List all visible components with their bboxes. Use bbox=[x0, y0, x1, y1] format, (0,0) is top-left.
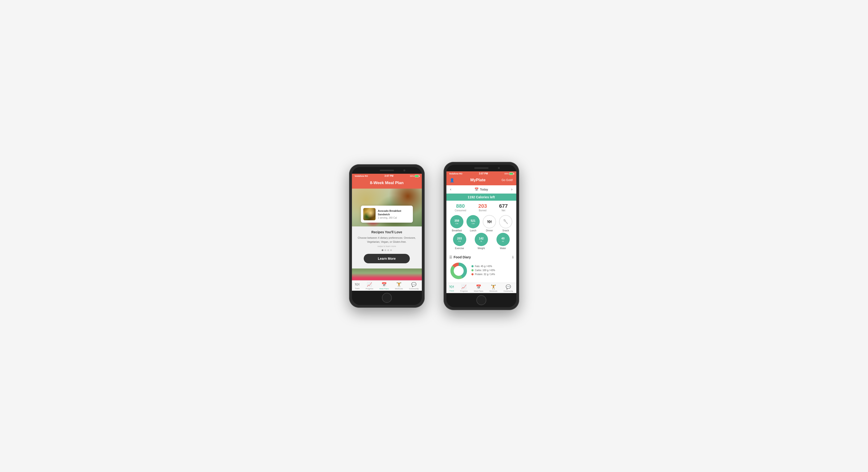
track-icon: 🍽 bbox=[355, 282, 359, 287]
breakfast-btn[interactable]: 359 Cal bbox=[450, 215, 463, 228]
lunch-btn[interactable]: 521 Cal bbox=[466, 215, 480, 228]
lunch-label: Lunch bbox=[470, 229, 476, 232]
learn-more-button[interactable]: Learn More bbox=[364, 254, 410, 263]
exercise-value: 203 bbox=[457, 237, 462, 240]
water-label: Water bbox=[500, 247, 506, 249]
nav-workouts-2[interactable]: 🏋 Workouts bbox=[489, 284, 497, 292]
legend-protein: Protein: 32 g / 14% bbox=[471, 273, 514, 275]
exercise-cal: Cal bbox=[458, 240, 461, 242]
exercise-circle[interactable]: 203 Cal Exercise bbox=[453, 233, 466, 249]
nav-track-1[interactable]: 🍽 Track bbox=[355, 282, 360, 290]
nav-progress-2[interactable]: 📈 Progress bbox=[460, 284, 468, 292]
home-area-2 bbox=[446, 293, 516, 307]
nav-track-2[interactable]: 🍽 Track bbox=[450, 284, 454, 292]
meal-card-info: Avocado Breakfast Sandwich 1 serving, 26… bbox=[378, 209, 410, 219]
phone-screen-2: Vodafone RO 3:07 PM 99% 👤 MyPlate Go Gol… bbox=[446, 171, 516, 293]
snack-btn[interactable]: 🥄 bbox=[499, 215, 512, 228]
net-value: 677 bbox=[499, 203, 508, 209]
progress-icon-2: 📈 bbox=[461, 284, 466, 290]
bottom-nav-2: 🍽 Track 📈 Progress 📅 Meal Plans 🏋 Workou… bbox=[446, 283, 516, 293]
svg-point-3 bbox=[454, 266, 463, 275]
track-icon-2: 🍽 bbox=[450, 284, 454, 289]
nav-progress-1[interactable]: 📈 Progress bbox=[366, 282, 373, 290]
mealplans-label: Meal Plans bbox=[379, 288, 389, 290]
nav-community-2[interactable]: 💬 Community bbox=[503, 284, 513, 292]
food-strip bbox=[352, 268, 422, 280]
phone-notch-2 bbox=[446, 165, 516, 171]
app1-header: 8-Week Meal Plan bbox=[352, 178, 422, 188]
weight-value: 142 bbox=[479, 237, 484, 240]
workouts-label-2: Workouts bbox=[489, 290, 497, 292]
app2-header: 👤 MyPlate Go Gold! bbox=[446, 176, 516, 185]
community-icon: 💬 bbox=[411, 282, 416, 287]
lunch-cal: Cal bbox=[472, 223, 474, 225]
fats-dot bbox=[471, 265, 473, 267]
info-icon[interactable]: ℹ bbox=[512, 255, 514, 259]
home-area-1 bbox=[352, 291, 422, 305]
home-button-1[interactable] bbox=[382, 293, 392, 303]
workouts-icon: 🏋 bbox=[396, 282, 402, 287]
camera bbox=[403, 170, 405, 171]
meal-sub: 1 serving, 260 Cal bbox=[378, 216, 410, 219]
community-icon-2: 💬 bbox=[506, 284, 511, 290]
exercise-btn[interactable]: 203 Cal bbox=[453, 233, 466, 246]
diary-header: ☰ Food Diary ℹ bbox=[449, 255, 514, 259]
meal-card[interactable]: Avocado Breakfast Sandwich 1 serving, 26… bbox=[361, 206, 413, 223]
diary-title: Food Diary bbox=[454, 255, 471, 259]
app2-title: MyPlate bbox=[470, 178, 485, 182]
circles-row-2: 203 Cal Exercise 142 lb Weight bbox=[449, 233, 514, 249]
dinner-circle[interactable]: 🍽 Dinner bbox=[483, 215, 496, 232]
go-gold-button[interactable]: Go Gold! bbox=[501, 178, 513, 182]
home-button-2[interactable] bbox=[476, 295, 486, 305]
burned-label: Burned bbox=[478, 209, 487, 212]
phone-notch bbox=[352, 167, 422, 174]
meal-name: Avocado Breakfast Sandwich bbox=[378, 209, 410, 216]
protein-dot bbox=[471, 273, 473, 275]
consumed-label: Consumed bbox=[455, 209, 466, 212]
weight-btn[interactable]: 142 lb bbox=[475, 233, 488, 246]
donut-chart bbox=[449, 261, 468, 280]
dinner-label: Dinner bbox=[486, 229, 493, 232]
water-circle[interactable]: 40 oz Water bbox=[496, 233, 510, 249]
nav-workouts-1[interactable]: 🏋 Workouts bbox=[395, 282, 403, 290]
next-day-button[interactable]: › bbox=[511, 187, 512, 191]
water-btn[interactable]: 40 oz bbox=[496, 233, 510, 246]
dinner-btn[interactable]: 🍽 bbox=[483, 215, 496, 228]
water-unit: oz bbox=[502, 240, 504, 242]
fats-label: Fats: 45 g / 43% bbox=[475, 265, 492, 268]
user-icon[interactable]: 👤 bbox=[450, 178, 455, 182]
circles-section: 359 Cal Breakfast 521 Cal Lunch 🍽 bbox=[446, 213, 516, 252]
community-label-2: Community bbox=[503, 290, 513, 292]
dot-3 bbox=[388, 249, 389, 251]
nav-community-1[interactable]: 💬 Community bbox=[409, 282, 418, 290]
carbs-label: Carbs: 100 g / 43% bbox=[475, 269, 495, 272]
dot-4 bbox=[390, 249, 392, 251]
chart-legend: Fats: 45 g / 43% Carbs: 100 g / 43% Prot… bbox=[471, 265, 514, 277]
weight-circle[interactable]: 142 lb Weight bbox=[475, 233, 488, 249]
snack-circle[interactable]: 🥄 Snack bbox=[499, 215, 512, 232]
nav-mealplans-1[interactable]: 📅 Meal Plans bbox=[379, 282, 389, 290]
lunch-circle[interactable]: 521 Cal Lunch bbox=[466, 215, 480, 232]
carbs-dot bbox=[471, 269, 473, 271]
meal-thumbnail bbox=[363, 208, 376, 220]
nav-mealplans-2[interactable]: 📅 Meal Plans bbox=[474, 284, 483, 292]
speaker bbox=[380, 170, 394, 171]
phone-screen-1: Vodafone RO 3:07 PM 99% 8-Week Meal Plan bbox=[352, 174, 422, 291]
lunch-value: 521 bbox=[471, 219, 475, 223]
progress-label: Progress bbox=[366, 288, 373, 290]
page-dots bbox=[356, 249, 417, 251]
battery-icon-2 bbox=[509, 173, 514, 175]
breakfast-circle[interactable]: 359 Cal Breakfast bbox=[450, 215, 463, 232]
status-bar-1: Vodafone RO 3:07 PM 99% bbox=[352, 174, 422, 178]
mealplans-label-2: Meal Plans bbox=[474, 290, 483, 292]
protein-label: Protein: 32 g / 14% bbox=[475, 273, 495, 275]
prev-day-button[interactable]: ‹ bbox=[450, 187, 452, 191]
status-bar-2: Vodafone RO 3:07 PM 99% bbox=[446, 171, 516, 176]
battery-icon-1 bbox=[415, 175, 419, 177]
donut-svg bbox=[449, 261, 468, 280]
mealplans-icon-2: 📅 bbox=[476, 284, 481, 290]
carrier-1: Vodafone RO bbox=[355, 175, 368, 177]
macro-row: 880 Consumed 203 Burned 677 Net bbox=[446, 201, 516, 213]
macro-consumed: 880 Consumed bbox=[455, 203, 466, 212]
circles-row-1: 359 Cal Breakfast 521 Cal Lunch 🍽 bbox=[449, 215, 514, 232]
